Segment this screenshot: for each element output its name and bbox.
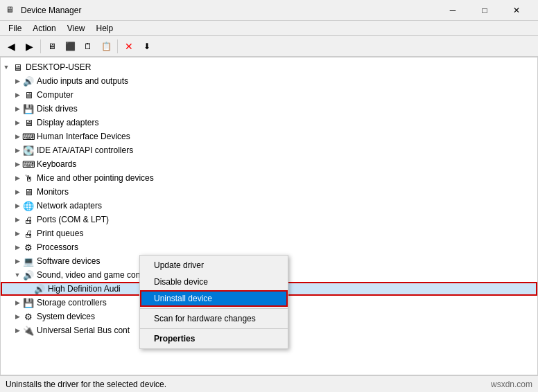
storage-expander: ▶	[12, 299, 23, 306]
tree-root[interactable]: ▼ 🖥 DESKTOP-USER	[1, 60, 537, 74]
display-label: Display adapters	[37, 118, 98, 127]
processors-label: Processors	[37, 242, 78, 252]
monitors-expander: ▶	[12, 188, 23, 195]
network-expander: ▶	[12, 202, 23, 209]
display-icon: 🖥	[23, 117, 34, 128]
ide-icon: 💽	[23, 145, 34, 156]
storage-icon: 💾	[23, 297, 34, 308]
status-bar: Uninstalls the driver for the selected d…	[0, 375, 538, 392]
system-icon: ⚙	[23, 311, 34, 322]
print-expander: ▶	[12, 230, 23, 237]
computer-icon: 🖥	[23, 89, 34, 100]
mice-icon: 🖱	[23, 172, 34, 184]
monitors-label: Monitors	[37, 187, 69, 197]
toolbar-properties[interactable]: 🗒	[80, 38, 96, 55]
ctx-disable-device[interactable]: Disable device	[140, 274, 288, 290]
ctx-properties[interactable]: Properties	[140, 330, 288, 347]
root-icon: 🖥	[12, 62, 23, 73]
hid-label: Human Interface Devices	[37, 132, 130, 141]
maximize-button[interactable]: □	[469, 0, 501, 21]
sound-expander: ▼	[12, 271, 23, 278]
hda-icon: 🔊	[34, 283, 45, 294]
computer-expander: ▶	[12, 91, 23, 98]
toolbar-computer[interactable]: 🖥	[44, 38, 60, 55]
ide-label: IDE ATA/ATAPI controllers	[37, 145, 133, 155]
menu-action[interactable]: Action	[27, 22, 61, 35]
storage-label: Storage controllers	[37, 298, 107, 308]
network-label: Network adapters	[37, 201, 102, 211]
audio-label: Audio inputs and outputs	[37, 76, 128, 86]
tree-item-disk[interactable]: ▶ 💾 Disk drives	[1, 102, 537, 116]
tree-item-keyboards[interactable]: ▶ ⌨ Keyboards	[1, 157, 537, 171]
menu-file[interactable]: File	[3, 22, 27, 35]
network-icon: 🌐	[23, 200, 34, 211]
system-label: System devices	[37, 312, 95, 321]
system-expander: ▶	[12, 313, 23, 320]
toolbar-update[interactable]: 📋	[98, 38, 114, 55]
disk-expander: ▶	[12, 105, 23, 112]
menu-view[interactable]: View	[62, 22, 91, 35]
window-title: Device Manager	[21, 6, 81, 15]
keyboards-label: Keyboards	[37, 159, 76, 169]
usb-icon: 🔌	[23, 325, 34, 336]
software-label: Software devices	[37, 256, 100, 266]
tree-item-monitors[interactable]: ▶ 🖥 Monitors	[1, 185, 537, 199]
toolbar-sep1	[40, 39, 41, 53]
tree-item-network[interactable]: ▶ 🌐 Network adapters	[1, 199, 537, 213]
toolbar-scan[interactable]: ⬇	[139, 38, 155, 55]
mice-expander: ▶	[12, 175, 23, 181]
software-icon: 💻	[23, 256, 34, 267]
toolbar-refresh[interactable]: ⬛	[62, 38, 78, 55]
window-controls: ─ □ ✕	[437, 0, 532, 21]
hda-label: High Definition Audi	[48, 284, 121, 294]
software-expander: ▶	[12, 258, 23, 265]
toolbar-remove[interactable]: ✕	[121, 38, 137, 55]
tree-item-print[interactable]: ▶ 🖨 Print queues	[1, 226, 537, 240]
toolbar: ◀ ▶ 🖥 ⬛ 🗒 📋 ✕ ⬇	[0, 36, 538, 57]
tree-item-computer[interactable]: ▶ 🖥 Computer	[1, 88, 537, 102]
processors-expander: ▶	[12, 244, 23, 251]
context-menu: Update driver Disable device Uninstall d…	[139, 255, 288, 349]
status-text: Uninstalls the driver for the selected d…	[6, 380, 166, 389]
toolbar-sep2	[117, 39, 118, 53]
tree-item-display[interactable]: ▶ 🖥 Display adapters	[1, 116, 537, 130]
tree-item-ports[interactable]: ▶ 🖨 Ports (COM & LPT)	[1, 213, 537, 226]
sound-icon: 🔊	[23, 269, 34, 280]
usb-expander: ▶	[12, 327, 23, 334]
app-icon: 🖥	[6, 5, 17, 16]
main-content: ▼ 🖥 DESKTOP-USER ▶ 🔊 Audio inputs and ou…	[0, 57, 538, 375]
keyboards-icon: ⌨	[23, 159, 34, 170]
usb-label: Universal Serial Bus cont	[37, 326, 130, 335]
title-bar-left: 🖥 Device Manager	[6, 5, 81, 16]
ctx-uninstall-device[interactable]: Uninstall device	[140, 290, 288, 307]
monitors-icon: 🖥	[23, 186, 34, 197]
tree-item-hid[interactable]: ▶ ⌨ Human Interface Devices	[1, 130, 537, 143]
tree-item-ide[interactable]: ▶ 💽 IDE ATA/ATAPI controllers	[1, 143, 537, 157]
mice-label: Mice and other pointing devices	[37, 173, 154, 183]
audio-icon: 🔊	[23, 75, 34, 87]
disk-label: Disk drives	[37, 104, 78, 114]
menu-help[interactable]: Help	[91, 22, 119, 35]
menu-bar: File Action View Help	[0, 21, 538, 36]
toolbar-forward[interactable]: ▶	[21, 38, 37, 55]
hid-icon: ⌨	[23, 131, 34, 142]
toolbar-back[interactable]: ◀	[3, 38, 19, 55]
root-expander: ▼	[1, 64, 12, 71]
ctx-scan[interactable]: Scan for hardware changes	[140, 310, 288, 327]
ports-label: Ports (COM & LPT)	[37, 215, 109, 224]
tree-item-audio[interactable]: ▶ 🔊 Audio inputs and outputs	[1, 74, 537, 88]
audio-expander: ▶	[12, 78, 23, 84]
ctx-sep1	[140, 308, 288, 309]
tree-item-processors[interactable]: ▶ ⚙ Processors	[1, 240, 537, 254]
close-button[interactable]: ✕	[501, 0, 532, 21]
display-expander: ▶	[12, 119, 23, 126]
print-label: Print queues	[37, 229, 83, 238]
print-icon: 🖨	[23, 228, 34, 239]
minimize-button[interactable]: ─	[437, 0, 469, 21]
ports-expander: ▶	[12, 216, 23, 223]
ctx-update-driver[interactable]: Update driver	[140, 257, 288, 274]
computer-label: Computer	[37, 90, 73, 100]
disk-icon: 💾	[23, 103, 34, 114]
tree-item-mice[interactable]: ▶ 🖱 Mice and other pointing devices	[1, 171, 537, 185]
title-bar: 🖥 Device Manager ─ □ ✕	[0, 0, 538, 21]
